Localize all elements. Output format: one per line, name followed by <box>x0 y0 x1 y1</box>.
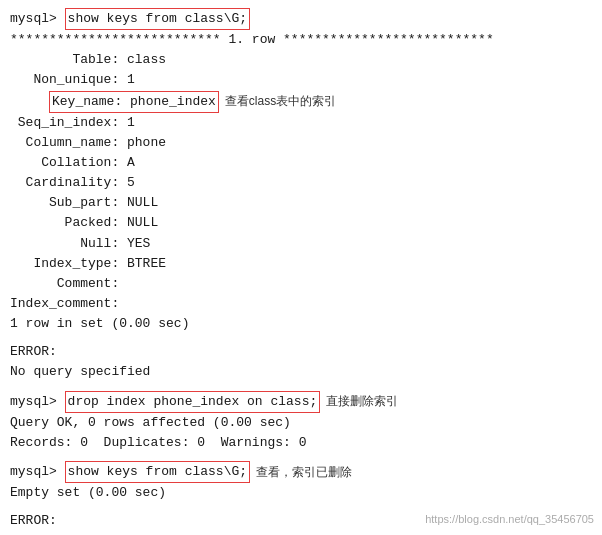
data-comment: Comment: <box>10 274 592 294</box>
key-name-prefix <box>10 92 49 112</box>
key-name-box: Key_name: phone_index <box>49 91 219 113</box>
show-annotation: 查看，索引已删除 <box>256 463 352 482</box>
key-name-line: Key_name: phone_index查看class表中的索引 <box>10 91 592 113</box>
data-cardinality: Cardinality: 5 <box>10 173 592 193</box>
key-name-annotation: 查看class表中的索引 <box>225 92 336 111</box>
data-seq: Seq_in_index: 1 <box>10 113 592 133</box>
data-index-comment: Index_comment: <box>10 294 592 314</box>
command-box-2: drop index phone_index on class; <box>65 391 321 413</box>
command-box-1: show keys from class\G; <box>65 8 250 30</box>
prompt-3: mysql> <box>10 462 65 482</box>
non-unique-label: Non_unique: 1 <box>10 70 135 90</box>
terminal-window: mysql> show keys from class\G; *********… <box>0 0 602 535</box>
no-query-2: No query specified <box>10 531 592 535</box>
command-line-1: mysql> show keys from class\G; <box>10 8 592 30</box>
command-box-3: show keys from class\G; <box>65 461 250 483</box>
data-query-ok: Query OK, 0 rows affected (0.00 sec) <box>10 413 592 433</box>
drop-annotation: 直接删除索引 <box>326 392 398 411</box>
watermark: https://blog.csdn.net/qq_35456705 <box>425 513 594 525</box>
prompt-1: mysql> <box>10 9 65 29</box>
data-subpart: Sub_part: NULL <box>10 193 592 213</box>
data-column: Column_name: phone <box>10 133 592 153</box>
data-empty-set: Empty set (0.00 sec) <box>10 483 592 503</box>
command-line-3: mysql> show keys from class\G;查看，索引已删除 <box>10 461 592 483</box>
data-row-count: 1 row in set (0.00 sec) <box>10 314 592 334</box>
data-table: Table: class <box>10 50 592 70</box>
table-label: Table: class <box>10 50 166 70</box>
no-query-1: No query specified <box>10 362 592 382</box>
data-non-unique: Non_unique: 1 <box>10 70 592 90</box>
empty-2 <box>10 383 592 391</box>
command-line-2: mysql> drop index phone_index on class;直… <box>10 391 592 413</box>
data-null: Null: YES <box>10 234 592 254</box>
prompt-2: mysql> <box>10 392 65 412</box>
data-index-type: Index_type: BTREE <box>10 254 592 274</box>
separator-text: *************************** 1. row *****… <box>10 30 494 50</box>
error-label-1: ERROR: <box>10 342 592 362</box>
separator-line: *************************** 1. row *****… <box>10 30 592 50</box>
empty-1 <box>10 334 592 342</box>
empty-4 <box>10 503 592 511</box>
data-collation: Collation: A <box>10 153 592 173</box>
data-records: Records: 0 Duplicates: 0 Warnings: 0 <box>10 433 592 453</box>
empty-3 <box>10 453 592 461</box>
data-packed: Packed: NULL <box>10 213 592 233</box>
